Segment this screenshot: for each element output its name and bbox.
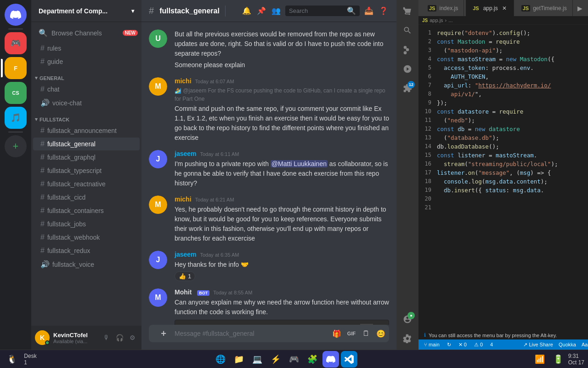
emoji-button[interactable]: 😊 bbox=[374, 327, 387, 340]
extensions-button[interactable]: 12 bbox=[398, 79, 417, 98]
mute-button[interactable]: 🎙 bbox=[101, 332, 112, 343]
account-button[interactable]: ● bbox=[398, 310, 417, 328]
sticker-button[interactable]: 🗒 bbox=[360, 327, 373, 340]
message-group: M Mohit BOT Today at 8:55 AM Can anyone … bbox=[149, 288, 389, 325]
browse-channels-button[interactable]: 🔍 Browse Channels NEW bbox=[31, 26, 141, 40]
gift-button[interactable]: 🎁 bbox=[330, 327, 343, 340]
info-count-status[interactable]: 4 bbox=[488, 342, 495, 347]
settings-button[interactable]: ⚙ bbox=[127, 332, 138, 343]
avatar: J bbox=[149, 251, 167, 269]
category-general[interactable]: ▾ GENERAL bbox=[31, 69, 141, 83]
channel-item-fullstack-announcement[interactable]: # fullstack_announcement bbox=[33, 124, 140, 137]
reaction[interactable]: 👍 1 bbox=[175, 271, 195, 281]
source-control-button[interactable] bbox=[398, 40, 417, 59]
line-7: 7 bbox=[418, 81, 435, 90]
warning-count: 0 bbox=[480, 342, 483, 347]
server-icon-4[interactable]: 🎵 bbox=[5, 107, 27, 129]
taskbar-penguin[interactable]: 🐧 bbox=[4, 351, 20, 368]
channel-item-rules[interactable]: # rules bbox=[33, 42, 140, 55]
server-icon-3[interactable]: CS bbox=[5, 82, 27, 104]
tab-gettimeline-js[interactable]: JS getTimeline.js bbox=[516, 0, 573, 16]
channel-item-voice-chat[interactable]: 🔊 voice-chat bbox=[33, 96, 140, 109]
message-time: Today at 6:35 AM bbox=[200, 252, 239, 258]
mention[interactable]: @Matti Luukkainen bbox=[271, 160, 328, 167]
search-input[interactable] bbox=[289, 7, 344, 14]
taskbar-puzzle[interactable]: 🧩 bbox=[304, 351, 321, 368]
play-button[interactable]: ▶ bbox=[575, 3, 586, 14]
channel-item-fullstack-general[interactable]: # fullstack_general bbox=[33, 138, 140, 150]
server-add-button[interactable]: + bbox=[5, 135, 27, 157]
pin-button[interactable]: 📌 bbox=[256, 6, 267, 17]
server-separator bbox=[8, 29, 23, 29]
taskbar-files[interactable]: 📁 bbox=[231, 351, 247, 368]
channel-item-fullstack-cicd[interactable]: # fullstack_cicd bbox=[33, 191, 140, 204]
deafen-button[interactable]: 🎧 bbox=[114, 332, 125, 343]
spell-icon: Aa bbox=[582, 342, 588, 347]
taskbar-steam[interactable]: 🎮 bbox=[286, 351, 302, 368]
category-fullstack[interactable]: ▾ FULLSTACK bbox=[31, 110, 141, 124]
hash-icon: # bbox=[40, 193, 45, 201]
tab-label: app.js bbox=[483, 5, 498, 12]
inbox-button[interactable]: 📥 bbox=[363, 6, 374, 17]
channel-name-label: rules bbox=[47, 45, 61, 52]
taskbar-vscode[interactable] bbox=[341, 351, 357, 368]
run-debug-button[interactable] bbox=[398, 60, 417, 78]
taskbar-discord[interactable] bbox=[322, 351, 339, 368]
channel-item-fullstack-webhook[interactable]: # fullstack_webhook bbox=[33, 231, 140, 244]
taskbar-battery[interactable]: 🔋 bbox=[550, 351, 566, 368]
user-avatar-wrapper: K bbox=[35, 330, 50, 345]
channel-name: fullstack_general bbox=[159, 7, 220, 15]
tab-app-js[interactable]: JS app.js ✕ bbox=[466, 0, 514, 16]
channel-name-label: fullstack_redux bbox=[47, 247, 90, 254]
bell-button[interactable]: 🔔 bbox=[241, 6, 252, 17]
help-button[interactable]: ❓ bbox=[378, 6, 389, 17]
user-controls: 🎙 🎧 ⚙ bbox=[101, 332, 138, 343]
search-box[interactable]: 🔍 bbox=[285, 6, 360, 16]
channel-item-fullstack-containers[interactable]: # fullstack_containers bbox=[33, 204, 140, 217]
line-11: 11 bbox=[418, 116, 435, 125]
channel-item-fullstack-reactnative[interactable]: # fullstack_reactnative bbox=[33, 178, 140, 190]
message-author: michi bbox=[175, 196, 192, 203]
errors-status[interactable]: ✕ 0 bbox=[457, 342, 469, 348]
taskbar-desk[interactable]: Desk 1 bbox=[22, 351, 39, 368]
explorer-button[interactable] bbox=[398, 2, 417, 20]
channel-item-fullstack-graphql[interactable]: # fullstack_graphql bbox=[33, 151, 140, 164]
taskbar-terminal[interactable]: 💻 bbox=[249, 351, 266, 368]
tab-close-button[interactable]: ✕ bbox=[501, 5, 508, 12]
message-input[interactable] bbox=[175, 325, 327, 342]
branch-status[interactable]: ⑂ main bbox=[422, 342, 441, 347]
live-share-status[interactable]: ↗ Live Share bbox=[521, 342, 555, 348]
search-button[interactable] bbox=[398, 21, 417, 40]
channel-item-fullstack-jobs[interactable]: # fullstack_jobs bbox=[33, 218, 140, 230]
tab-index-js[interactable]: JS index.js bbox=[422, 0, 464, 16]
server-icon-1[interactable]: 🎮 bbox=[5, 32, 27, 54]
avatar: M bbox=[149, 288, 167, 307]
channel-item-fullstack-redux[interactable]: # fullstack_redux bbox=[33, 244, 140, 257]
sync-status[interactable]: ↻ bbox=[445, 342, 453, 348]
channel-item-fullstack-typescript[interactable]: # fullstack_typescript bbox=[33, 164, 140, 177]
server-name-header[interactable]: Department of Comp... ▾ bbox=[31, 0, 141, 22]
settings-gear-button[interactable] bbox=[398, 329, 417, 348]
message-header: jaseem Today at 6:11 AM bbox=[175, 150, 389, 157]
channel-item-chat[interactable]: # chat bbox=[33, 83, 140, 96]
notification-badge-account: ● bbox=[407, 312, 415, 319]
taskbar-tool[interactable]: ⚡ bbox=[267, 351, 284, 368]
code-line-9: }); bbox=[437, 98, 588, 107]
server-icon-home[interactable] bbox=[5, 4, 27, 26]
warning-icon: ⚠ bbox=[474, 342, 479, 348]
members-button[interactable]: 👥 bbox=[271, 6, 282, 17]
attach-button[interactable]: + bbox=[156, 326, 171, 341]
code-content[interactable]: require("dotenv").config(); const Mastod… bbox=[435, 25, 588, 331]
chat-input-area: + 🎁 GIF 🗒 😊 bbox=[141, 325, 396, 350]
taskbar-wifi[interactable]: 📶 bbox=[531, 351, 548, 368]
spell-status[interactable]: Aa 2 Spell bbox=[580, 342, 588, 347]
taskbar-chrome[interactable]: 🌐 bbox=[212, 351, 229, 368]
channel-item-guide[interactable]: # guide bbox=[33, 55, 140, 68]
code-line-20: console.log(msg.data.content); bbox=[437, 177, 588, 186]
channel-item-fullstack-voice[interactable]: 🔊 fullstack_voice bbox=[33, 258, 140, 271]
quokka-status[interactable]: Quokka bbox=[557, 342, 578, 347]
taskbar-time[interactable]: 9:31 Oct 17 bbox=[568, 353, 584, 366]
gif-button[interactable]: GIF bbox=[345, 327, 358, 340]
warnings-status[interactable]: ⚠ 0 bbox=[472, 342, 485, 348]
server-icon-2[interactable]: F bbox=[5, 57, 27, 79]
